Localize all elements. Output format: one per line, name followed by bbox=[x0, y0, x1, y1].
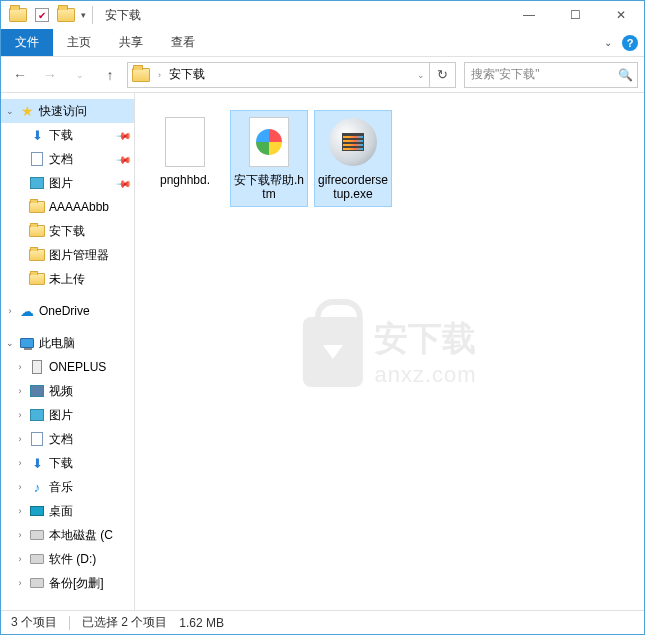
watermark: 安下载 anxz.com bbox=[302, 316, 476, 388]
sidebar-item-phone[interactable]: › ONEPLUS bbox=[1, 355, 134, 379]
sidebar-label: 下载 bbox=[49, 455, 73, 472]
file-item[interactable]: 安下载帮助.htm bbox=[231, 111, 307, 206]
search-placeholder: 搜索"安下载" bbox=[465, 66, 613, 83]
nav-recent-chevron-icon[interactable]: ⌄ bbox=[67, 62, 93, 88]
file-thumbnail-blank-icon bbox=[161, 115, 209, 169]
sidebar-item-documents[interactable]: › 文档 bbox=[1, 427, 134, 451]
main-area: ⌄ ★ 快速访问 › ⬇ 下载 📌 › 文档 📌 › 图片 📌 › AAAAAb… bbox=[1, 93, 644, 610]
folder-icon bbox=[28, 199, 46, 215]
tab-file[interactable]: 文件 bbox=[1, 29, 53, 56]
navigation-pane[interactable]: ⌄ ★ 快速访问 › ⬇ 下载 📌 › 文档 📌 › 图片 📌 › AAAAAb… bbox=[1, 93, 135, 610]
music-icon: ♪ bbox=[28, 479, 46, 495]
pin-icon: 📌 bbox=[116, 151, 132, 167]
file-item[interactable]: pnghhbd. bbox=[147, 111, 223, 191]
sidebar-label: 图片 bbox=[49, 407, 73, 424]
expand-icon[interactable]: › bbox=[15, 506, 25, 516]
file-name: pnghhbd. bbox=[160, 173, 210, 187]
phone-icon bbox=[28, 359, 46, 375]
nav-forward-button[interactable]: → bbox=[37, 62, 63, 88]
sidebar-label: 备份[勿删] bbox=[49, 575, 104, 592]
sidebar-item-this-pc[interactable]: ⌄ 此电脑 bbox=[1, 331, 134, 355]
sidebar-item-pictures[interactable]: › 图片 📌 bbox=[1, 171, 134, 195]
sidebar-item-downloads[interactable]: › ⬇ 下载 bbox=[1, 451, 134, 475]
address-dropdown-chevron-icon[interactable]: ⌄ bbox=[413, 63, 429, 87]
sidebar-label: 桌面 bbox=[49, 503, 73, 520]
sidebar-item-drive[interactable]: › 本地磁盘 (C bbox=[1, 523, 134, 547]
sidebar-item-quick-access[interactable]: ⌄ ★ 快速访问 bbox=[1, 99, 134, 123]
nav-back-button[interactable]: ← bbox=[7, 62, 33, 88]
expand-icon[interactable]: › bbox=[15, 386, 25, 396]
collapse-ribbon-icon[interactable]: ⌄ bbox=[604, 37, 612, 48]
search-icon[interactable]: 🔍 bbox=[613, 68, 637, 82]
maximize-button[interactable]: ☐ bbox=[552, 1, 598, 29]
document-icon bbox=[28, 431, 46, 447]
qat-properties-icon[interactable]: ✔ bbox=[31, 4, 53, 26]
sidebar-item-drive[interactable]: › 软件 (D:) bbox=[1, 547, 134, 571]
help-icon[interactable]: ? bbox=[622, 35, 638, 51]
tab-home[interactable]: 主页 bbox=[53, 29, 105, 56]
expand-icon[interactable]: › bbox=[5, 306, 15, 316]
address-segment[interactable]: 安下载 bbox=[165, 63, 209, 87]
file-list-pane[interactable]: pnghhbd. 安下载帮助.htm gifrecordersetup.exe … bbox=[135, 93, 644, 610]
close-button[interactable]: ✕ bbox=[598, 1, 644, 29]
sidebar-label: 视频 bbox=[49, 383, 73, 400]
expand-icon[interactable]: › bbox=[15, 530, 25, 540]
pc-icon bbox=[18, 335, 36, 351]
sidebar-label: 文档 bbox=[49, 151, 73, 168]
qat-customize-chevron-icon[interactable]: ▾ bbox=[81, 10, 86, 20]
address-history-chevron-icon[interactable]: › bbox=[154, 63, 165, 87]
watermark-line2: anxz.com bbox=[374, 362, 476, 388]
tab-view[interactable]: 查看 bbox=[157, 29, 209, 56]
expand-icon[interactable]: › bbox=[15, 434, 25, 444]
address-bar[interactable]: › 安下载 ⌄ ↻ bbox=[127, 62, 456, 88]
sidebar-item-onedrive[interactable]: › ☁ OneDrive bbox=[1, 299, 134, 323]
sidebar-item-music[interactable]: › ♪ 音乐 bbox=[1, 475, 134, 499]
expand-icon[interactable]: › bbox=[15, 554, 25, 564]
sidebar-label: 此电脑 bbox=[39, 335, 75, 352]
sidebar-item-folder[interactable]: › 未上传 bbox=[1, 267, 134, 291]
sidebar-label: 安下载 bbox=[49, 223, 85, 240]
expand-icon[interactable]: › bbox=[15, 410, 25, 420]
file-item[interactable]: gifrecordersetup.exe bbox=[315, 111, 391, 206]
search-box[interactable]: 搜索"安下载" 🔍 bbox=[464, 62, 638, 88]
sidebar-item-pictures[interactable]: › 图片 bbox=[1, 403, 134, 427]
pictures-icon bbox=[28, 175, 46, 191]
sidebar-item-drive[interactable]: › 备份[勿删] bbox=[1, 571, 134, 595]
expand-icon[interactable]: › bbox=[15, 362, 25, 372]
expand-icon[interactable]: › bbox=[15, 578, 25, 588]
expand-icon[interactable]: › bbox=[15, 458, 25, 468]
refresh-button[interactable]: ↻ bbox=[429, 63, 455, 87]
sidebar-item-folder[interactable]: › 图片管理器 bbox=[1, 243, 134, 267]
sidebar-label: OneDrive bbox=[39, 304, 90, 318]
expand-icon[interactable]: ⌄ bbox=[5, 338, 15, 348]
expand-icon[interactable]: ⌄ bbox=[5, 106, 15, 116]
file-thumbnail-htm-icon bbox=[245, 115, 293, 169]
nav-up-button[interactable]: ↑ bbox=[97, 62, 123, 88]
sidebar-item-videos[interactable]: › 视频 bbox=[1, 379, 134, 403]
sidebar-item-folder[interactable]: › AAAAAbbb bbox=[1, 195, 134, 219]
divider bbox=[69, 616, 70, 630]
status-selection-count: 已选择 2 个项目 bbox=[82, 614, 167, 631]
sidebar-item-documents[interactable]: › 文档 📌 bbox=[1, 147, 134, 171]
sidebar-item-downloads[interactable]: › ⬇ 下载 📌 bbox=[1, 123, 134, 147]
sidebar-item-desktop[interactable]: › 桌面 bbox=[1, 499, 134, 523]
folder-icon bbox=[28, 247, 46, 263]
quick-access-toolbar: ✔ ▾ bbox=[7, 4, 86, 26]
expand-icon[interactable]: › bbox=[15, 482, 25, 492]
qat-new-folder-icon[interactable] bbox=[55, 4, 77, 26]
sidebar-item-folder[interactable]: › 安下载 bbox=[1, 219, 134, 243]
status-item-count: 3 个项目 bbox=[11, 614, 57, 631]
folder-icon bbox=[28, 223, 46, 239]
title-bar: ✔ ▾ 安下载 — ☐ ✕ bbox=[1, 1, 644, 29]
app-folder-icon[interactable] bbox=[7, 4, 29, 26]
status-bar: 3 个项目 已选择 2 个项目 1.62 MB bbox=[1, 610, 644, 634]
navigation-bar: ← → ⌄ ↑ › 安下载 ⌄ ↻ 搜索"安下载" 🔍 bbox=[1, 57, 644, 93]
pin-icon: 📌 bbox=[116, 175, 132, 191]
star-icon: ★ bbox=[18, 103, 36, 119]
drive-icon bbox=[28, 551, 46, 567]
pin-icon: 📌 bbox=[116, 127, 132, 143]
minimize-button[interactable]: — bbox=[506, 1, 552, 29]
sidebar-label: 下载 bbox=[49, 127, 73, 144]
sidebar-label: 音乐 bbox=[49, 479, 73, 496]
tab-share[interactable]: 共享 bbox=[105, 29, 157, 56]
